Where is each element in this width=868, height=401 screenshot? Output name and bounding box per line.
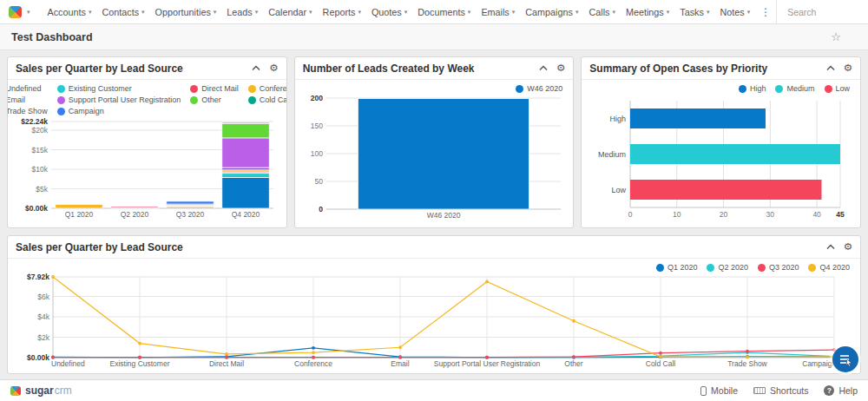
data-point[interactable] — [398, 356, 402, 359]
svg-text:45: 45 — [837, 210, 845, 219]
data-point[interactable] — [398, 345, 402, 349]
legend-item[interactable]: Q1 2020 — [656, 263, 698, 272]
collapse-icon[interactable] — [252, 65, 260, 71]
menu-item-meetings[interactable]: Meetings▾ — [621, 7, 674, 17]
legend-label: Trade Show — [7, 107, 48, 115]
dashlet-row-bottom: Sales per Quarter by Lead Source⚙Q1 2020… — [7, 235, 861, 374]
favorite-star-icon[interactable]: ☆ — [831, 30, 841, 43]
legend-item[interactable]: Undefined — [7, 84, 48, 93]
search-input[interactable] — [787, 7, 864, 17]
app-menu-button[interactable]: ▾ — [9, 6, 30, 18]
bar-segment[interactable] — [358, 99, 529, 209]
line-series[interactable] — [53, 348, 834, 358]
shortcuts-link[interactable]: Shortcuts — [753, 385, 808, 396]
collapse-icon[interactable] — [539, 65, 548, 71]
data-point[interactable] — [225, 352, 228, 356]
menu-item-leads[interactable]: Leads▾ — [221, 7, 263, 17]
svg-text:$2k: $2k — [37, 333, 49, 342]
bar-segment[interactable] — [167, 201, 214, 204]
menu-item-quotes[interactable]: Quotes▾ — [366, 7, 412, 17]
quick-actions-fab[interactable] — [832, 346, 858, 372]
data-point[interactable] — [746, 356, 749, 359]
bar-segment[interactable] — [222, 122, 269, 122]
collapse-icon[interactable] — [826, 65, 835, 71]
data-point[interactable] — [51, 356, 55, 359]
data-point[interactable] — [225, 356, 228, 359]
menu-item-calendar[interactable]: Calendar▾ — [263, 7, 317, 17]
legend-item[interactable]: Existing Customer — [57, 84, 181, 93]
data-point[interactable] — [485, 280, 489, 284]
legend-item[interactable]: Cold Call — [248, 95, 287, 104]
chevron-down-icon: ▾ — [89, 9, 92, 16]
legend-item[interactable]: Conference — [248, 84, 287, 93]
menu-item-label: Reports — [323, 7, 356, 17]
mobile-link-label: Mobile — [711, 385, 738, 396]
data-point[interactable] — [138, 356, 141, 359]
data-point[interactable] — [51, 275, 55, 279]
bar-segment[interactable] — [56, 205, 102, 208]
legend-item[interactable]: Q3 2020 — [758, 263, 799, 272]
mobile-link[interactable]: Mobile — [700, 385, 738, 396]
menu-item-reports[interactable]: Reports▾ — [318, 7, 366, 17]
data-point[interactable] — [312, 356, 315, 359]
bar[interactable] — [630, 144, 840, 164]
data-point[interactable] — [485, 356, 489, 359]
legend-item[interactable]: Support Portal User Registration — [57, 95, 181, 104]
legend-item[interactable]: Medium — [775, 84, 814, 93]
legend-item[interactable]: Q2 2020 — [707, 263, 748, 272]
legend-item[interactable]: Direct Mail — [190, 84, 239, 93]
menu-item-notes[interactable]: Notes▾ — [714, 7, 755, 17]
legend-item[interactable]: Campaign — [57, 107, 181, 115]
bar-segment[interactable] — [222, 177, 269, 208]
legend-label: Campaign — [69, 107, 104, 115]
bar-segment[interactable] — [111, 207, 158, 208]
legend-item[interactable]: Trade Show — [7, 107, 48, 115]
menu-item-label: Campaigns — [525, 7, 573, 17]
legend-item[interactable]: W46 2020 — [516, 84, 562, 93]
legend-item[interactable]: Low — [825, 84, 851, 93]
sugarcrm-footer-logo[interactable]: sugar crm — [10, 385, 72, 397]
menu-item-calls[interactable]: Calls▾ — [583, 7, 621, 17]
menu-item-label: Leads — [227, 7, 252, 17]
legend-item[interactable]: Q4 2020 — [808, 263, 850, 272]
data-point[interactable] — [312, 351, 315, 354]
bar-segment[interactable] — [222, 123, 269, 138]
bar[interactable] — [630, 108, 766, 128]
data-point[interactable] — [659, 355, 662, 358]
chevron-down-icon: ▾ — [358, 9, 361, 16]
gear-icon[interactable]: ⚙ — [269, 63, 278, 74]
shortcuts-link-label: Shortcuts — [770, 385, 808, 396]
keyboard-icon — [753, 387, 766, 394]
legend-item[interactable]: Email — [7, 95, 48, 104]
data-point[interactable] — [138, 342, 141, 345]
svg-text:Direct Mail: Direct Mail — [209, 359, 244, 368]
data-point[interactable] — [572, 355, 575, 358]
menu-item-opportunities[interactable]: Opportunities▾ — [150, 7, 222, 17]
collapse-icon[interactable] — [826, 244, 835, 250]
legend-item[interactable]: Other — [190, 95, 239, 104]
bar[interactable] — [630, 180, 821, 200]
gear-icon[interactable]: ⚙ — [844, 63, 852, 74]
help-link[interactable]: ? Help — [824, 385, 858, 396]
svg-text:Campaign: Campaign — [802, 359, 836, 368]
gear-icon[interactable]: ⚙ — [556, 63, 565, 74]
menu-item-documents[interactable]: Documents▾ — [412, 7, 476, 17]
gear-icon[interactable]: ⚙ — [844, 242, 852, 253]
app-window: ▾ Accounts▾Contacts▾Opportunities▾Leads▾… — [0, 0, 868, 401]
menu-item-contacts[interactable]: Contacts▾ — [96, 7, 149, 17]
data-point[interactable] — [572, 319, 575, 323]
legend-label: W46 2020 — [527, 84, 562, 93]
menu-item-campaigns[interactable]: Campaigns▾ — [520, 7, 583, 17]
dashboard-header: Test Dashboard ☆ — [0, 24, 868, 50]
bar-segment[interactable] — [222, 174, 269, 178]
data-point[interactable] — [312, 346, 315, 350]
legend-item[interactable]: High — [739, 84, 766, 93]
data-point[interactable] — [659, 352, 662, 355]
menu-item-accounts[interactable]: Accounts▾ — [43, 7, 97, 17]
menu-item-tasks[interactable]: Tasks▾ — [674, 7, 714, 17]
data-point[interactable] — [746, 350, 749, 353]
bar-segment[interactable] — [222, 138, 269, 168]
menu-item-emails[interactable]: Emails▾ — [476, 7, 520, 17]
bar-segment[interactable] — [222, 168, 269, 170]
more-menu-icon[interactable]: ⋮ — [755, 6, 776, 18]
